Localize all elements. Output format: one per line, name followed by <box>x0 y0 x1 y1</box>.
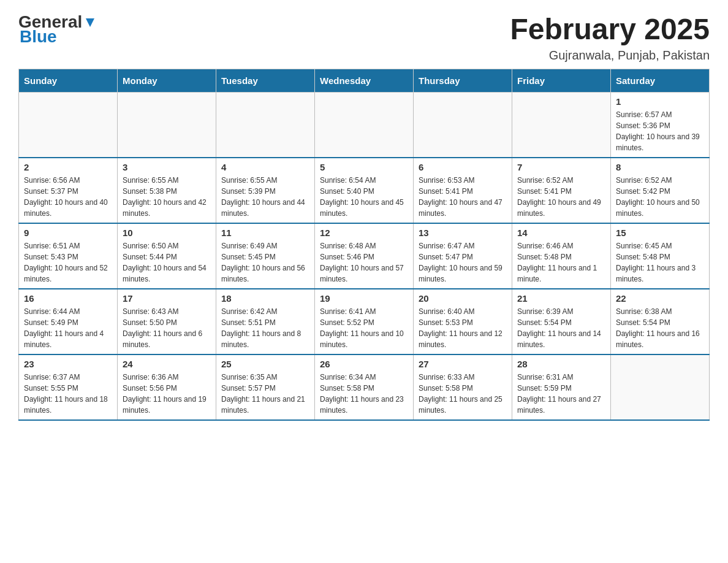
calendar-day-cell: 9Sunrise: 6:51 AM Sunset: 5:43 PM Daylig… <box>19 223 118 289</box>
calendar-day-cell: 21Sunrise: 6:39 AM Sunset: 5:54 PM Dayli… <box>512 289 611 354</box>
day-info: Sunrise: 6:50 AM Sunset: 5:44 PM Dayligh… <box>123 242 207 283</box>
calendar-day-cell: 12Sunrise: 6:48 AM Sunset: 5:46 PM Dayli… <box>315 223 414 289</box>
calendar-day-cell: 25Sunrise: 6:35 AM Sunset: 5:57 PM Dayli… <box>216 354 315 420</box>
day-number: 13 <box>419 228 507 238</box>
calendar-day-cell: 5Sunrise: 6:54 AM Sunset: 5:40 PM Daylig… <box>315 158 414 223</box>
day-info: Sunrise: 6:47 AM Sunset: 5:47 PM Dayligh… <box>419 242 502 283</box>
calendar-week-row: 1Sunrise: 6:57 AM Sunset: 5:36 PM Daylig… <box>19 93 710 158</box>
calendar-header-thursday: Thursday <box>414 69 512 93</box>
day-info: Sunrise: 6:44 AM Sunset: 5:49 PM Dayligh… <box>24 307 104 349</box>
day-info: Sunrise: 6:42 AM Sunset: 5:51 PM Dayligh… <box>221 307 301 349</box>
calendar-day-cell: 11Sunrise: 6:49 AM Sunset: 5:45 PM Dayli… <box>216 223 315 289</box>
calendar-day-cell: 3Sunrise: 6:55 AM Sunset: 5:38 PM Daylig… <box>118 158 216 223</box>
day-info: Sunrise: 6:55 AM Sunset: 5:39 PM Dayligh… <box>221 176 305 218</box>
day-number: 6 <box>419 162 507 172</box>
calendar-day-cell <box>512 93 611 158</box>
calendar-week-row: 23Sunrise: 6:37 AM Sunset: 5:55 PM Dayli… <box>19 354 710 420</box>
logo-blue-text: Blue <box>20 27 57 47</box>
day-info: Sunrise: 6:48 AM Sunset: 5:46 PM Dayligh… <box>320 242 404 283</box>
logo: General Blue <box>18 12 97 47</box>
day-info: Sunrise: 6:36 AM Sunset: 5:56 PM Dayligh… <box>123 373 207 415</box>
calendar-day-cell: 19Sunrise: 6:41 AM Sunset: 5:52 PM Dayli… <box>315 289 414 354</box>
day-number: 7 <box>517 162 605 172</box>
day-info: Sunrise: 6:31 AM Sunset: 5:59 PM Dayligh… <box>517 373 601 415</box>
calendar-header-sunday: Sunday <box>19 69 118 93</box>
day-number: 27 <box>419 359 507 369</box>
day-number: 1 <box>616 96 704 107</box>
day-number: 8 <box>616 162 704 172</box>
page-header: General Blue February 2025 Gujranwala, P… <box>18 12 710 63</box>
day-info: Sunrise: 6:45 AM Sunset: 5:48 PM Dayligh… <box>616 242 696 283</box>
calendar-header-saturday: Saturday <box>611 69 710 93</box>
day-number: 23 <box>24 359 112 369</box>
calendar-week-row: 16Sunrise: 6:44 AM Sunset: 5:49 PM Dayli… <box>19 289 710 354</box>
calendar-day-cell: 10Sunrise: 6:50 AM Sunset: 5:44 PM Dayli… <box>118 223 216 289</box>
calendar-week-row: 2Sunrise: 6:56 AM Sunset: 5:37 PM Daylig… <box>19 158 710 223</box>
day-number: 15 <box>616 228 704 238</box>
day-info: Sunrise: 6:39 AM Sunset: 5:54 PM Dayligh… <box>517 307 601 349</box>
day-number: 18 <box>221 293 309 304</box>
day-number: 28 <box>517 359 605 369</box>
calendar-header-friday: Friday <box>512 69 611 93</box>
calendar-day-cell <box>611 354 710 420</box>
location: Gujranwala, Punjab, Pakistan <box>510 48 710 63</box>
day-number: 26 <box>320 359 408 369</box>
calendar-day-cell: 28Sunrise: 6:31 AM Sunset: 5:59 PM Dayli… <box>512 354 611 420</box>
day-info: Sunrise: 6:37 AM Sunset: 5:55 PM Dayligh… <box>24 373 108 415</box>
day-info: Sunrise: 6:49 AM Sunset: 5:45 PM Dayligh… <box>221 242 305 283</box>
calendar-day-cell: 4Sunrise: 6:55 AM Sunset: 5:39 PM Daylig… <box>216 158 315 223</box>
day-number: 19 <box>320 293 408 304</box>
day-number: 9 <box>24 228 112 238</box>
calendar-day-cell: 24Sunrise: 6:36 AM Sunset: 5:56 PM Dayli… <box>118 354 216 420</box>
day-info: Sunrise: 6:46 AM Sunset: 5:48 PM Dayligh… <box>517 242 597 283</box>
day-number: 3 <box>123 162 211 172</box>
calendar-day-cell: 1Sunrise: 6:57 AM Sunset: 5:36 PM Daylig… <box>611 93 710 158</box>
day-number: 25 <box>221 359 309 369</box>
logo-triangle-icon <box>83 16 97 29</box>
day-info: Sunrise: 6:55 AM Sunset: 5:38 PM Dayligh… <box>123 176 207 218</box>
calendar-day-cell: 22Sunrise: 6:38 AM Sunset: 5:54 PM Dayli… <box>611 289 710 354</box>
calendar-header-row: SundayMondayTuesdayWednesdayThursdayFrid… <box>19 69 710 93</box>
calendar-day-cell: 27Sunrise: 6:33 AM Sunset: 5:58 PM Dayli… <box>414 354 512 420</box>
day-info: Sunrise: 6:35 AM Sunset: 5:57 PM Dayligh… <box>221 373 305 415</box>
calendar-day-cell <box>118 93 216 158</box>
calendar-day-cell: 7Sunrise: 6:52 AM Sunset: 5:41 PM Daylig… <box>512 158 611 223</box>
day-number: 20 <box>419 293 507 304</box>
day-info: Sunrise: 6:56 AM Sunset: 5:37 PM Dayligh… <box>24 176 108 218</box>
day-number: 16 <box>24 293 112 304</box>
day-number: 11 <box>221 228 309 238</box>
calendar-day-cell: 26Sunrise: 6:34 AM Sunset: 5:58 PM Dayli… <box>315 354 414 420</box>
calendar-day-cell: 14Sunrise: 6:46 AM Sunset: 5:48 PM Dayli… <box>512 223 611 289</box>
day-info: Sunrise: 6:33 AM Sunset: 5:58 PM Dayligh… <box>419 373 502 415</box>
day-info: Sunrise: 6:51 AM Sunset: 5:43 PM Dayligh… <box>24 242 108 283</box>
title-block: February 2025 Gujranwala, Punjab, Pakist… <box>510 12 710 63</box>
day-number: 14 <box>517 228 605 238</box>
day-number: 21 <box>517 293 605 304</box>
calendar-day-cell: 18Sunrise: 6:42 AM Sunset: 5:51 PM Dayli… <box>216 289 315 354</box>
calendar-day-cell: 20Sunrise: 6:40 AM Sunset: 5:53 PM Dayli… <box>414 289 512 354</box>
day-number: 24 <box>123 359 211 369</box>
calendar-day-cell: 2Sunrise: 6:56 AM Sunset: 5:37 PM Daylig… <box>19 158 118 223</box>
day-info: Sunrise: 6:38 AM Sunset: 5:54 PM Dayligh… <box>616 307 700 349</box>
calendar-day-cell <box>315 93 414 158</box>
day-info: Sunrise: 6:52 AM Sunset: 5:42 PM Dayligh… <box>616 176 700 218</box>
calendar-day-cell <box>414 93 512 158</box>
calendar-day-cell: 15Sunrise: 6:45 AM Sunset: 5:48 PM Dayli… <box>611 223 710 289</box>
day-info: Sunrise: 6:41 AM Sunset: 5:52 PM Dayligh… <box>320 307 404 349</box>
day-info: Sunrise: 6:40 AM Sunset: 5:53 PM Dayligh… <box>419 307 502 349</box>
day-number: 2 <box>24 162 112 172</box>
calendar-day-cell: 17Sunrise: 6:43 AM Sunset: 5:50 PM Dayli… <box>118 289 216 354</box>
calendar-day-cell: 13Sunrise: 6:47 AM Sunset: 5:47 PM Dayli… <box>414 223 512 289</box>
day-number: 5 <box>320 162 408 172</box>
calendar-week-row: 9Sunrise: 6:51 AM Sunset: 5:43 PM Daylig… <box>19 223 710 289</box>
day-info: Sunrise: 6:57 AM Sunset: 5:36 PM Dayligh… <box>616 110 700 152</box>
calendar-header-tuesday: Tuesday <box>216 69 315 93</box>
day-info: Sunrise: 6:54 AM Sunset: 5:40 PM Dayligh… <box>320 176 404 218</box>
day-number: 12 <box>320 228 408 238</box>
day-number: 17 <box>123 293 211 304</box>
day-number: 10 <box>123 228 211 238</box>
calendar-day-cell <box>19 93 118 158</box>
calendar-header-monday: Monday <box>118 69 216 93</box>
day-info: Sunrise: 6:52 AM Sunset: 5:41 PM Dayligh… <box>517 176 601 218</box>
calendar-day-cell: 8Sunrise: 6:52 AM Sunset: 5:42 PM Daylig… <box>611 158 710 223</box>
